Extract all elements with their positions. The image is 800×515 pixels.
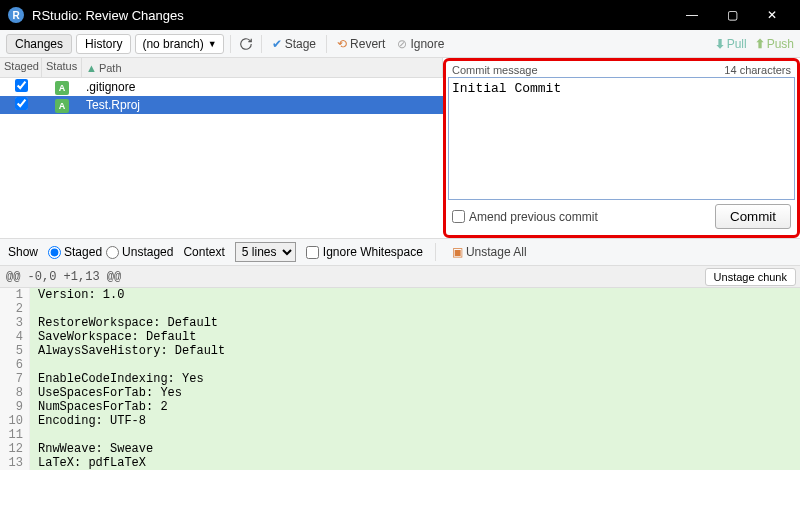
file-list-header: Staged Status ▲ Path bbox=[0, 58, 443, 78]
line-content: Version: 1.0 bbox=[30, 288, 800, 302]
show-label: Show bbox=[8, 245, 38, 259]
unstage-chunk-button[interactable]: Unstage chunk bbox=[705, 268, 796, 286]
line-number: 10 bbox=[0, 414, 30, 428]
line-content: AlwaysSaveHistory: Default bbox=[30, 344, 800, 358]
diff-line[interactable]: 3RestoreWorkspace: Default bbox=[0, 316, 800, 330]
line-number: 9 bbox=[0, 400, 30, 414]
pull-button[interactable]: ⬇ Pull bbox=[715, 37, 747, 51]
staged-checkbox[interactable] bbox=[15, 97, 28, 110]
close-button[interactable]: ✕ bbox=[752, 0, 792, 30]
hunk-header: @@ -0,0 +1,13 @@ Unstage chunk bbox=[0, 266, 800, 288]
revert-button[interactable]: ⟲ Revert bbox=[333, 35, 389, 53]
ignore-whitespace-checkbox[interactable]: Ignore Whitespace bbox=[306, 245, 423, 259]
ignore-button[interactable]: ⊘ Ignore bbox=[393, 35, 448, 53]
maximize-button[interactable]: ▢ bbox=[712, 0, 752, 30]
line-content bbox=[30, 302, 800, 316]
hunk-range: @@ -0,0 +1,13 @@ bbox=[0, 270, 705, 284]
amend-checkbox-input[interactable] bbox=[452, 210, 465, 223]
status-badge: A bbox=[55, 99, 69, 113]
sort-up-icon: ▲ bbox=[86, 62, 97, 74]
col-status[interactable]: Status bbox=[42, 58, 82, 77]
commit-message-label: Commit message bbox=[452, 64, 538, 76]
line-content: RnwWeave: Sweave bbox=[30, 442, 800, 456]
separator bbox=[435, 243, 436, 261]
line-number: 13 bbox=[0, 456, 30, 470]
refresh-icon[interactable] bbox=[237, 35, 255, 53]
diff-line[interactable]: 11 bbox=[0, 428, 800, 442]
diff-line[interactable]: 13LaTeX: pdfLaTeX bbox=[0, 456, 800, 470]
diff-line[interactable]: 10Encoding: UTF-8 bbox=[0, 414, 800, 428]
diff-toolbar: Show Staged Unstaged Context 5 lines Ign… bbox=[0, 238, 800, 266]
line-number: 4 bbox=[0, 330, 30, 344]
line-content bbox=[30, 428, 800, 442]
line-number: 12 bbox=[0, 442, 30, 456]
col-path[interactable]: ▲ Path bbox=[82, 58, 443, 77]
line-content: SaveWorkspace: Default bbox=[30, 330, 800, 344]
diff-line[interactable]: 9NumSpacesForTab: 2 bbox=[0, 400, 800, 414]
line-content: RestoreWorkspace: Default bbox=[30, 316, 800, 330]
amend-checkbox[interactable]: Amend previous commit bbox=[452, 210, 598, 224]
diff-line[interactable]: 12RnwWeave: Sweave bbox=[0, 442, 800, 456]
commit-char-count: 14 characters bbox=[724, 64, 791, 76]
commit-panel: Commit message 14 characters Amend previ… bbox=[443, 58, 800, 238]
check-icon: ✔ bbox=[272, 37, 282, 51]
file-list-pane: Staged Status ▲ Path A.gitignoreATest.Rp… bbox=[0, 58, 443, 238]
line-number: 5 bbox=[0, 344, 30, 358]
line-number: 7 bbox=[0, 372, 30, 386]
line-content: NumSpacesForTab: 2 bbox=[30, 400, 800, 414]
toolbar: Changes History (no branch) ▼ ✔ Stage ⟲ … bbox=[0, 30, 800, 58]
arrow-up-icon: ⬆ bbox=[755, 37, 765, 51]
unstage-all-button[interactable]: ▣ Unstage All bbox=[448, 243, 531, 261]
arrow-down-icon: ⬇ bbox=[715, 37, 725, 51]
line-number: 2 bbox=[0, 302, 30, 316]
diff-line[interactable]: 7EnableCodeIndexing: Yes bbox=[0, 372, 800, 386]
separator bbox=[261, 35, 262, 53]
file-row[interactable]: ATest.Rproj bbox=[0, 96, 443, 114]
push-button[interactable]: ⬆ Push bbox=[755, 37, 794, 51]
staged-checkbox[interactable] bbox=[15, 79, 28, 92]
window-title: RStudio: Review Changes bbox=[32, 8, 672, 23]
context-select[interactable]: 5 lines bbox=[235, 242, 296, 262]
diff-line[interactable]: 5AlwaysSaveHistory: Default bbox=[0, 344, 800, 358]
unstage-icon: ▣ bbox=[452, 245, 463, 259]
file-rows: A.gitignoreATest.Rproj bbox=[0, 78, 443, 238]
diff-line[interactable]: 2 bbox=[0, 302, 800, 316]
stage-button[interactable]: ✔ Stage bbox=[268, 35, 320, 53]
line-content: Encoding: UTF-8 bbox=[30, 414, 800, 428]
app-icon: R bbox=[8, 7, 24, 23]
branch-dropdown[interactable]: (no branch) ▼ bbox=[135, 34, 223, 54]
file-row[interactable]: A.gitignore bbox=[0, 78, 443, 96]
commit-message-input[interactable] bbox=[448, 77, 795, 200]
diff-line[interactable]: 1Version: 1.0 bbox=[0, 288, 800, 302]
col-staged[interactable]: Staged bbox=[0, 58, 42, 77]
file-path: .gitignore bbox=[82, 80, 443, 94]
context-label: Context bbox=[183, 245, 224, 259]
ignore-icon: ⊘ bbox=[397, 37, 407, 51]
diff-line[interactable]: 4SaveWorkspace: Default bbox=[0, 330, 800, 344]
line-content: LaTeX: pdfLaTeX bbox=[30, 456, 800, 470]
radio-unstaged[interactable]: Unstaged bbox=[106, 245, 173, 259]
diff-body[interactable]: 1Version: 1.023RestoreWorkspace: Default… bbox=[0, 288, 800, 515]
revert-icon: ⟲ bbox=[337, 37, 347, 51]
line-number: 8 bbox=[0, 386, 30, 400]
separator bbox=[230, 35, 231, 53]
line-number: 11 bbox=[0, 428, 30, 442]
tab-history[interactable]: History bbox=[76, 34, 131, 54]
chevron-down-icon: ▼ bbox=[208, 39, 217, 49]
status-badge: A bbox=[55, 81, 69, 95]
line-content: EnableCodeIndexing: Yes bbox=[30, 372, 800, 386]
separator bbox=[326, 35, 327, 53]
line-content bbox=[30, 358, 800, 372]
line-number: 1 bbox=[0, 288, 30, 302]
line-number: 6 bbox=[0, 358, 30, 372]
tab-changes[interactable]: Changes bbox=[6, 34, 72, 54]
commit-button[interactable]: Commit bbox=[715, 204, 791, 229]
minimize-button[interactable]: — bbox=[672, 0, 712, 30]
diff-line[interactable]: 6 bbox=[0, 358, 800, 372]
line-number: 3 bbox=[0, 316, 30, 330]
line-content: UseSpacesForTab: Yes bbox=[30, 386, 800, 400]
file-path: Test.Rproj bbox=[82, 98, 443, 112]
diff-line[interactable]: 8UseSpacesForTab: Yes bbox=[0, 386, 800, 400]
radio-staged[interactable]: Staged bbox=[48, 245, 102, 259]
branch-label: (no branch) bbox=[142, 37, 203, 51]
